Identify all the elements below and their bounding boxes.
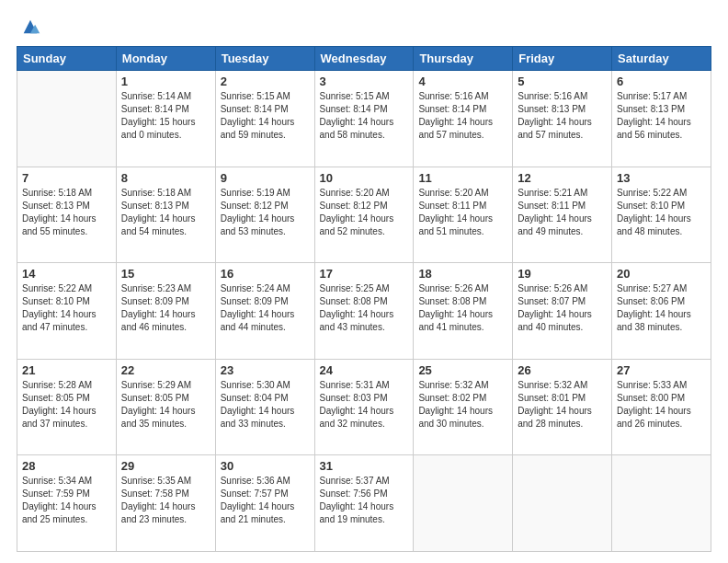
logo-icon [20, 17, 40, 37]
calendar-cell: 30Sunrise: 5:36 AM Sunset: 7:57 PM Dayli… [215, 455, 314, 552]
calendar-cell: 28Sunrise: 5:34 AM Sunset: 7:59 PM Dayli… [17, 455, 117, 552]
calendar-cell: 13Sunrise: 5:22 AM Sunset: 8:10 PM Dayli… [612, 167, 711, 263]
day-number: 29 [121, 459, 210, 473]
day-number: 17 [320, 267, 409, 281]
day-number: 3 [320, 75, 409, 88]
calendar-week-5: 28Sunrise: 5:34 AM Sunset: 7:59 PM Dayli… [17, 455, 711, 552]
calendar-cell: 22Sunrise: 5:29 AM Sunset: 8:05 PM Dayli… [116, 359, 215, 455]
calendar-header-tuesday: Tuesday [215, 47, 314, 71]
calendar-cell [612, 455, 711, 552]
calendar-cell: 16Sunrise: 5:24 AM Sunset: 8:09 PM Dayli… [215, 263, 314, 360]
day-number: 18 [418, 267, 507, 281]
day-number: 25 [418, 363, 507, 377]
day-number: 21 [22, 363, 111, 377]
day-info: Sunrise: 5:16 AM Sunset: 8:14 PM Dayligh… [418, 90, 507, 142]
day-number: 9 [221, 171, 310, 185]
calendar-cell: 1Sunrise: 5:14 AM Sunset: 8:14 PM Daylig… [116, 71, 215, 167]
calendar-cell: 2Sunrise: 5:15 AM Sunset: 8:14 PM Daylig… [215, 71, 314, 167]
day-number: 13 [617, 171, 706, 185]
calendar-week-4: 21Sunrise: 5:28 AM Sunset: 8:05 PM Dayli… [17, 359, 711, 455]
calendar-cell: 21Sunrise: 5:28 AM Sunset: 8:05 PM Dayli… [17, 359, 117, 455]
calendar-cell: 25Sunrise: 5:32 AM Sunset: 8:02 PM Dayli… [414, 359, 513, 455]
day-number: 4 [418, 75, 507, 88]
day-info: Sunrise: 5:26 AM Sunset: 8:08 PM Dayligh… [418, 282, 507, 334]
day-info: Sunrise: 5:25 AM Sunset: 8:08 PM Dayligh… [320, 282, 409, 334]
calendar-header-wednesday: Wednesday [314, 47, 414, 71]
day-info: Sunrise: 5:32 AM Sunset: 8:02 PM Dayligh… [418, 379, 507, 431]
day-info: Sunrise: 5:37 AM Sunset: 7:56 PM Dayligh… [320, 475, 409, 526]
calendar-cell: 29Sunrise: 5:35 AM Sunset: 7:58 PM Dayli… [116, 455, 215, 552]
day-number: 20 [617, 267, 706, 281]
day-number: 22 [121, 363, 210, 377]
day-info: Sunrise: 5:35 AM Sunset: 7:58 PM Dayligh… [121, 475, 210, 526]
day-info: Sunrise: 5:18 AM Sunset: 8:13 PM Dayligh… [22, 187, 111, 238]
day-number: 8 [121, 171, 210, 185]
calendar-header-friday: Friday [513, 47, 612, 71]
day-info: Sunrise: 5:24 AM Sunset: 8:09 PM Dayligh… [221, 282, 310, 334]
day-info: Sunrise: 5:22 AM Sunset: 8:10 PM Dayligh… [617, 187, 706, 238]
calendar-week-1: 1Sunrise: 5:14 AM Sunset: 8:14 PM Daylig… [17, 71, 711, 167]
day-info: Sunrise: 5:31 AM Sunset: 8:03 PM Dayligh… [320, 379, 409, 431]
calendar-cell: 14Sunrise: 5:22 AM Sunset: 8:10 PM Dayli… [17, 263, 117, 360]
day-info: Sunrise: 5:15 AM Sunset: 8:14 PM Dayligh… [320, 90, 409, 142]
day-number: 7 [22, 171, 111, 185]
day-info: Sunrise: 5:32 AM Sunset: 8:01 PM Dayligh… [518, 379, 607, 431]
calendar-cell: 24Sunrise: 5:31 AM Sunset: 8:03 PM Dayli… [314, 359, 414, 455]
calendar-cell: 20Sunrise: 5:27 AM Sunset: 8:06 PM Dayli… [612, 263, 711, 360]
day-number: 16 [221, 267, 310, 281]
day-info: Sunrise: 5:36 AM Sunset: 7:57 PM Dayligh… [221, 475, 310, 526]
calendar-week-2: 7Sunrise: 5:18 AM Sunset: 8:13 PM Daylig… [17, 167, 711, 263]
calendar-cell [17, 71, 117, 167]
calendar-cell: 15Sunrise: 5:23 AM Sunset: 8:09 PM Dayli… [116, 263, 215, 360]
day-number: 24 [320, 363, 409, 377]
day-number: 1 [121, 75, 210, 88]
calendar-cell: 9Sunrise: 5:19 AM Sunset: 8:12 PM Daylig… [215, 167, 314, 263]
day-number: 26 [518, 363, 607, 377]
day-info: Sunrise: 5:30 AM Sunset: 8:04 PM Dayligh… [221, 379, 310, 431]
calendar-cell: 10Sunrise: 5:20 AM Sunset: 8:12 PM Dayli… [314, 167, 414, 263]
calendar-cell: 6Sunrise: 5:17 AM Sunset: 8:13 PM Daylig… [612, 71, 711, 167]
day-info: Sunrise: 5:26 AM Sunset: 8:07 PM Dayligh… [518, 282, 607, 334]
calendar-cell: 19Sunrise: 5:26 AM Sunset: 8:07 PM Dayli… [513, 263, 612, 360]
day-info: Sunrise: 5:33 AM Sunset: 8:00 PM Dayligh… [617, 379, 706, 431]
day-info: Sunrise: 5:15 AM Sunset: 8:14 PM Dayligh… [221, 90, 310, 142]
day-info: Sunrise: 5:27 AM Sunset: 8:06 PM Dayligh… [617, 282, 706, 334]
calendar-header-thursday: Thursday [414, 47, 513, 71]
calendar-header-monday: Monday [116, 47, 215, 71]
calendar-header-row: SundayMondayTuesdayWednesdayThursdayFrid… [17, 47, 711, 71]
day-info: Sunrise: 5:16 AM Sunset: 8:13 PM Dayligh… [518, 90, 607, 142]
day-info: Sunrise: 5:23 AM Sunset: 8:09 PM Dayligh… [121, 282, 210, 334]
calendar-cell: 18Sunrise: 5:26 AM Sunset: 8:08 PM Dayli… [414, 263, 513, 360]
calendar-cell: 31Sunrise: 5:37 AM Sunset: 7:56 PM Dayli… [314, 455, 414, 552]
calendar-cell: 5Sunrise: 5:16 AM Sunset: 8:13 PM Daylig… [513, 71, 612, 167]
day-info: Sunrise: 5:21 AM Sunset: 8:11 PM Dayligh… [518, 187, 607, 238]
day-number: 10 [320, 171, 409, 185]
day-number: 19 [518, 267, 607, 281]
day-info: Sunrise: 5:19 AM Sunset: 8:12 PM Dayligh… [221, 187, 310, 238]
calendar-week-3: 14Sunrise: 5:22 AM Sunset: 8:10 PM Dayli… [17, 263, 711, 360]
day-number: 30 [221, 459, 310, 473]
day-number: 31 [320, 459, 409, 473]
day-info: Sunrise: 5:17 AM Sunset: 8:13 PM Dayligh… [617, 90, 706, 142]
calendar-cell: 7Sunrise: 5:18 AM Sunset: 8:13 PM Daylig… [17, 167, 117, 263]
calendar-header-saturday: Saturday [612, 47, 711, 71]
day-number: 2 [221, 75, 310, 88]
calendar-cell: 23Sunrise: 5:30 AM Sunset: 8:04 PM Dayli… [215, 359, 314, 455]
day-number: 28 [22, 459, 111, 473]
calendar-cell [513, 455, 612, 552]
page: SundayMondayTuesdayWednesdayThursdayFrid… [0, 0, 728, 563]
day-info: Sunrise: 5:14 AM Sunset: 8:14 PM Dayligh… [121, 90, 210, 142]
day-number: 6 [617, 75, 706, 88]
day-number: 12 [518, 171, 607, 185]
day-info: Sunrise: 5:18 AM Sunset: 8:13 PM Dayligh… [121, 187, 210, 238]
calendar-cell: 27Sunrise: 5:33 AM Sunset: 8:00 PM Dayli… [612, 359, 711, 455]
day-number: 27 [617, 363, 706, 377]
calendar-table: SundayMondayTuesdayWednesdayThursdayFrid… [17, 46, 711, 552]
calendar-cell: 4Sunrise: 5:16 AM Sunset: 8:14 PM Daylig… [414, 71, 513, 167]
day-info: Sunrise: 5:34 AM Sunset: 7:59 PM Dayligh… [22, 475, 111, 526]
calendar-cell: 3Sunrise: 5:15 AM Sunset: 8:14 PM Daylig… [314, 71, 414, 167]
header [17, 17, 711, 37]
calendar-cell: 17Sunrise: 5:25 AM Sunset: 8:08 PM Dayli… [314, 263, 414, 360]
calendar-cell: 11Sunrise: 5:20 AM Sunset: 8:11 PM Dayli… [414, 167, 513, 263]
day-number: 11 [418, 171, 507, 185]
